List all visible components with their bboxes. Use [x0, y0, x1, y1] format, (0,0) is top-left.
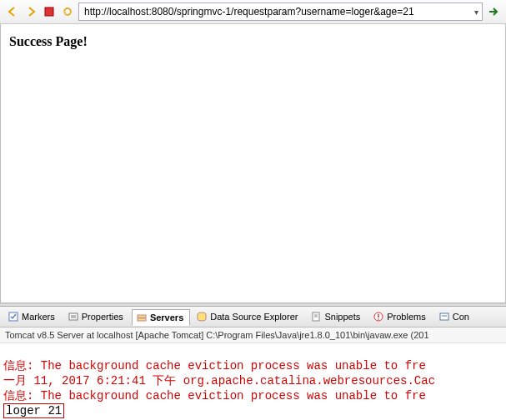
console-output[interactable]: 信息: The background cache eviction proces…: [0, 343, 506, 420]
console-line: 一月 11, 2017 6:21:41 下午 org.apache.catali…: [3, 374, 435, 388]
url-input[interactable]: [83, 4, 474, 19]
forward-arrow-icon: [24, 5, 38, 18]
tab-servers[interactable]: Servers: [132, 309, 190, 326]
tab-properties[interactable]: Properties: [63, 308, 130, 325]
stop-button[interactable]: [42, 4, 57, 19]
svg-rect-5: [138, 315, 146, 318]
refresh-icon: [61, 5, 74, 18]
go-button[interactable]: [486, 4, 501, 19]
console-line: 信息: The background cache eviction proces…: [3, 389, 426, 402]
console-line: 信息: The background cache eviction proces…: [3, 359, 426, 372]
console-icon: [438, 311, 450, 322]
tab-console[interactable]: Con: [434, 308, 476, 325]
dropdown-icon[interactable]: ▾: [474, 8, 478, 17]
browser-content: Success Page!: [0, 24, 506, 303]
tab-label: Markers: [22, 312, 55, 322]
tab-label: Data Source Explorer: [210, 312, 298, 322]
svg-rect-6: [138, 318, 146, 321]
problems-icon: [373, 311, 384, 322]
tab-data-source-explorer[interactable]: Data Source Explorer: [192, 308, 304, 325]
stop-icon: [44, 7, 54, 17]
console-process-label: Tomcat v8.5 Server at localhost [Apache …: [0, 328, 506, 343]
svg-point-13: [378, 318, 379, 320]
refresh-button[interactable]: [60, 4, 75, 19]
svg-rect-2: [69, 313, 78, 320]
svg-rect-0: [45, 8, 53, 16]
views-tabstrip: Markers Properties Servers Data Source E…: [0, 307, 506, 328]
tab-markers[interactable]: Markers: [3, 308, 62, 325]
svg-rect-14: [440, 313, 448, 320]
tab-label: Snippets: [324, 312, 360, 322]
tab-label: Problems: [387, 312, 425, 322]
tab-snippets[interactable]: Snippets: [306, 308, 367, 325]
page-title: Success Page!: [9, 34, 497, 49]
forward-button[interactable]: [23, 4, 38, 19]
back-button[interactable]: [5, 4, 20, 19]
back-arrow-icon: [6, 5, 19, 18]
properties-icon: [68, 311, 79, 322]
markers-icon: [8, 311, 19, 322]
servers-icon: [136, 312, 148, 323]
go-arrow-icon: [487, 5, 500, 18]
browser-toolbar: ▾: [0, 0, 506, 24]
tab-label: Servers: [150, 312, 183, 322]
snippets-icon: [310, 311, 322, 322]
tab-problems[interactable]: Problems: [368, 308, 432, 325]
tab-label: Con: [453, 312, 469, 322]
tab-label: Properties: [82, 312, 123, 322]
console-output-highlight: loger 21: [3, 403, 64, 418]
url-bar[interactable]: ▾: [78, 2, 483, 21]
database-icon: [196, 311, 208, 322]
